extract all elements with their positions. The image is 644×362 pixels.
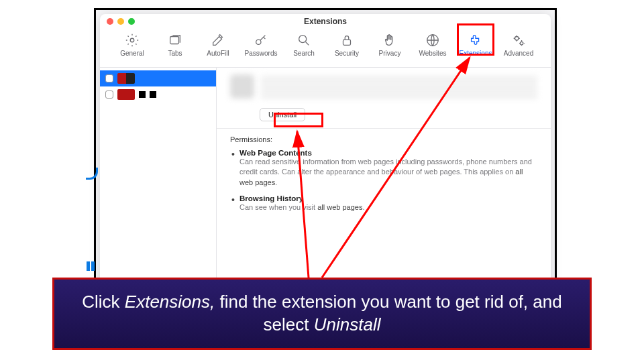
tab-label: Passwords [245, 50, 278, 57]
divider [217, 128, 551, 129]
tab-label: Tabs [168, 50, 182, 57]
tab-autofill[interactable]: AutoFill [198, 30, 238, 60]
permission-title: Web Page Contents [239, 149, 537, 157]
instruction-caption: Click Extensions, find the extension you… [52, 278, 592, 350]
tab-label: Websites [419, 50, 447, 57]
svg-rect-4 [343, 40, 351, 45]
tab-label: General [120, 50, 144, 57]
svg-point-2 [256, 40, 261, 44]
search-icon [297, 33, 311, 48]
tab-privacy[interactable]: Privacy [370, 30, 410, 60]
preferences-toolbar: General Tabs AutoFill Passwords Search S… [100, 29, 551, 68]
svg-point-7 [520, 42, 523, 45]
gear-icon [125, 33, 140, 48]
puzzle-icon [468, 33, 483, 48]
tab-advanced[interactable]: Advanced [498, 30, 539, 60]
tab-search[interactable]: Search [284, 30, 324, 60]
titlebar: Extensions [100, 14, 551, 29]
tab-general[interactable]: General [112, 30, 152, 60]
extension-list-item[interactable] [100, 70, 216, 86]
permission-desc: Can read sensitive information from web … [239, 157, 537, 188]
permissions-heading: Permissions: [230, 135, 537, 143]
uninstall-button[interactable]: Uninstall [260, 108, 305, 121]
square-icon [139, 91, 146, 98]
tab-label: Extensions [460, 50, 492, 57]
extension-thumb-icon [117, 89, 135, 100]
tab-passwords[interactable]: Passwords [241, 30, 281, 60]
tab-label: Privacy [379, 50, 401, 57]
permission-item: Web Page Contents Can read sensitive inf… [230, 149, 537, 188]
tab-label: Security [335, 50, 359, 57]
tab-extensions[interactable]: Extensions [455, 30, 496, 60]
svg-point-3 [299, 36, 307, 43]
key-icon [254, 33, 268, 48]
extension-list-item[interactable] [100, 86, 216, 103]
extension-thumb-icon [117, 73, 135, 84]
window-title: Extensions [100, 17, 551, 26]
extension-description-blurred [261, 74, 537, 99]
checkbox[interactable] [105, 74, 113, 82]
lock-icon [339, 33, 354, 48]
checkbox[interactable] [105, 90, 113, 99]
svg-point-6 [515, 37, 519, 41]
tab-label: AutoFill [207, 50, 229, 57]
permission-desc: Can see when you visit all web pages. [239, 202, 537, 213]
permission-title: Browsing History [239, 194, 537, 202]
tab-label: Advanced [504, 50, 533, 57]
svg-rect-1 [170, 37, 179, 44]
gears-icon [511, 33, 526, 48]
square-icon [150, 91, 156, 98]
hand-icon [382, 33, 397, 48]
pencil-icon [211, 33, 225, 48]
background-decoration-icon [86, 261, 95, 271]
tabs-icon [168, 33, 182, 48]
extension-large-icon [230, 74, 254, 99]
extension-header [230, 74, 537, 105]
tab-label: Search [293, 50, 315, 57]
tab-tabs[interactable]: Tabs [155, 30, 195, 60]
tab-security[interactable]: Security [327, 30, 367, 60]
tab-websites[interactable]: Websites [413, 30, 453, 60]
permission-item: Browsing History Can see when you visit … [230, 194, 537, 213]
svg-point-0 [130, 38, 134, 42]
globe-icon [425, 33, 440, 48]
